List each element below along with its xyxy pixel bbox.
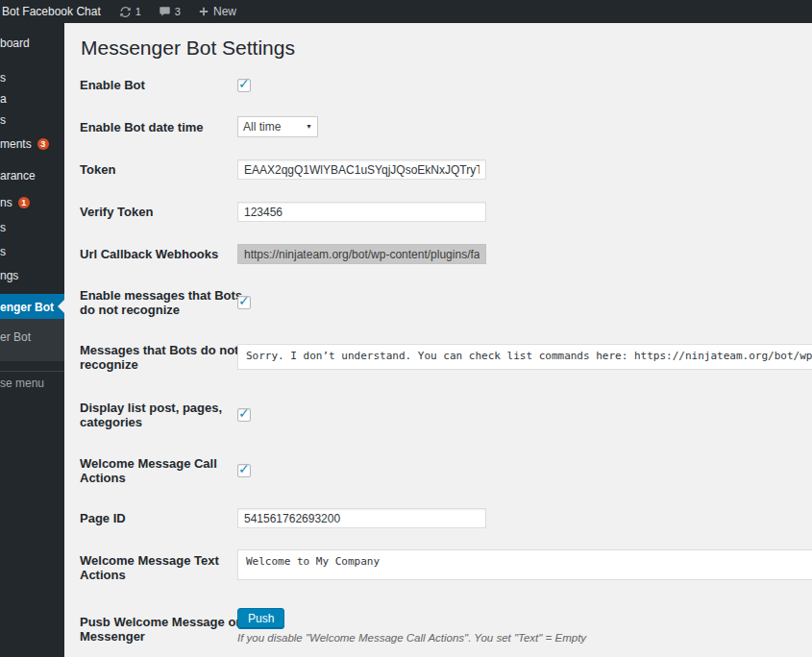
sidebar-menu: board s a s ments3 arance ns1 s s ngs en…	[0, 23, 64, 657]
unrecognized-message-label: Messages that Bots do not recognize	[80, 344, 245, 372]
date-time-select-input[interactable]: All time	[237, 116, 318, 137]
collapse-menu-button[interactable]: se menu	[0, 377, 44, 390]
sidebar-divider	[0, 371, 64, 372]
comments-menu[interactable]: 3	[150, 6, 189, 18]
sidebar-submenu: er Bot	[0, 319, 64, 361]
date-time-select[interactable]: All time ▼	[237, 116, 318, 137]
welcome-call-actions-checkbox[interactable]	[237, 464, 251, 477]
sidebar-item-comments[interactable]: ments3	[0, 138, 64, 152]
page-id-label: Page ID	[80, 512, 245, 526]
plugins-badge: 1	[18, 197, 30, 208]
enable-bot-checkbox[interactable]	[237, 79, 251, 92]
sidebar-item-posts[interactable]: s	[0, 72, 64, 85]
admin-bar: Bot Facebook Chat 1 3 New	[0, 0, 812, 23]
token-input[interactable]	[237, 159, 486, 180]
page-id-input[interactable]	[237, 508, 486, 528]
welcome-text-label: Welcome Message Text Actions	[80, 554, 245, 582]
enable-unrecognized-checkbox[interactable]	[237, 296, 251, 309]
plus-icon	[198, 6, 209, 17]
verify-token-input[interactable]	[237, 202, 486, 222]
sidebar-item-dashboard[interactable]: board	[0, 37, 64, 51]
date-time-label: Enable Bot date time	[80, 121, 245, 135]
display-list-label: Display list post, pages, categories	[80, 402, 245, 429]
site-name-link[interactable]: Bot Facebook Chat	[0, 5, 111, 18]
sidebar-item-settings[interactable]: ngs	[0, 270, 64, 283]
token-label: Token	[80, 163, 245, 178]
comments-count: 3	[175, 6, 181, 17]
sidebar-item-pages[interactable]: s	[0, 114, 64, 128]
display-list-checkbox[interactable]	[237, 408, 251, 422]
unrecognized-message-textarea[interactable]: Sorry. I don’t understand. You can check…	[237, 344, 812, 370]
comments-badge: 3	[37, 138, 49, 150]
comment-icon	[159, 6, 171, 18]
sidebar-item-media[interactable]: a	[0, 93, 64, 107]
verify-token-label: Verify Token	[80, 206, 245, 220]
enable-bot-label: Enable Bot	[80, 79, 245, 93]
wordpress-admin-screen: Bot Facebook Chat 1 3 New board s a s me…	[0, 0, 812, 657]
welcome-text-textarea[interactable]: Welcome to My Company	[237, 549, 812, 580]
updates-menu[interactable]: 1	[111, 6, 150, 18]
webhook-url-input	[237, 244, 486, 264]
sidebar-item-messenger-bot-active[interactable]: enger Bot	[0, 294, 64, 319]
webhook-url-label: Url Callback Webhooks	[80, 248, 245, 262]
push-note: If you disable "Welcome Message Call Act…	[237, 632, 586, 644]
submenu-item-messenger-bot[interactable]: er Bot	[0, 330, 31, 344]
enable-unrecognized-label: Enable messages that Bots do not recogni…	[80, 289, 245, 317]
sidebar-item-tools[interactable]: s	[0, 246, 64, 259]
update-icon	[119, 6, 132, 18]
active-item-arrow-icon	[58, 300, 64, 313]
welcome-call-actions-label: Welcome Message Call Actions	[80, 457, 245, 485]
new-menu[interactable]: New	[189, 5, 245, 18]
push-button[interactable]: Push	[237, 608, 284, 629]
sidebar-item-appearance[interactable]: arance	[0, 170, 64, 183]
sidebar-item-plugins[interactable]: ns1	[0, 197, 64, 210]
push-welcome-label: Pusb Welcome Message on Messenger	[80, 616, 245, 644]
page-title: Messenger Bot Settings	[81, 36, 295, 60]
updates-count: 1	[135, 6, 141, 17]
sidebar-item-users[interactable]: s	[0, 222, 64, 235]
new-label: New	[213, 5, 236, 18]
